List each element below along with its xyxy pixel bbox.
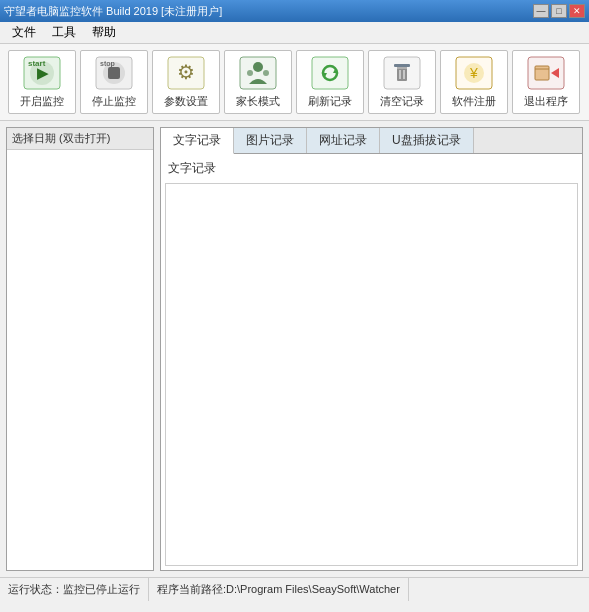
settings-button[interactable]: ⚙ 参数设置: [152, 50, 220, 114]
exit-button[interactable]: 退出程序: [512, 50, 580, 114]
start-monitor-button[interactable]: ▶ start 开启监控: [8, 50, 76, 114]
refresh-label: 刷新记录: [308, 94, 352, 109]
register-icon: ¥: [454, 55, 494, 91]
svg-text:⚙: ⚙: [177, 61, 195, 83]
refresh-button[interactable]: 刷新记录: [296, 50, 364, 114]
svg-point-13: [263, 70, 269, 76]
tab-text-record[interactable]: 文字记录: [161, 128, 234, 154]
svg-rect-18: [397, 67, 407, 69]
toolbar: ▶ start 开启监控 stop 停止监控 ⚙ 参数设置: [0, 44, 589, 121]
clear-icon: [382, 55, 422, 91]
window-controls: — □ ✕: [533, 4, 585, 18]
svg-rect-16: [394, 64, 410, 67]
tab-content-label: 文字记录: [165, 158, 578, 179]
gear-icon: ⚙: [166, 55, 206, 91]
parent-mode-label: 家长模式: [236, 94, 280, 109]
stop-monitor-button[interactable]: stop 停止监控: [80, 50, 148, 114]
close-button[interactable]: ✕: [569, 4, 585, 18]
text-record-area[interactable]: [165, 183, 578, 566]
exit-label: 退出程序: [524, 94, 568, 109]
left-panel-header: 选择日期 (双击打开): [7, 128, 153, 150]
left-panel: 选择日期 (双击打开): [6, 127, 154, 571]
start-monitor-label: 开启监控: [20, 94, 64, 109]
register-label: 软件注册: [452, 94, 496, 109]
run-status: 运行状态：监控已停止运行: [0, 578, 149, 601]
tab-url-record[interactable]: 网址记录: [307, 128, 380, 153]
main-content: 选择日期 (双击打开) 文字记录 图片记录 网址记录 U盘插拔记录 文字记录: [0, 121, 589, 577]
menu-tools[interactable]: 工具: [44, 22, 84, 43]
title-text: 守望者电脑监控软件 Build 2019 [未注册用户]: [4, 4, 533, 19]
register-button[interactable]: ¥ 软件注册: [440, 50, 508, 114]
menu-file[interactable]: 文件: [4, 22, 44, 43]
settings-label: 参数设置: [164, 94, 208, 109]
program-path: 程序当前路径:D:\Program Files\SeaySoft\Watcher: [149, 578, 409, 601]
status-bar: 运行状态：监控已停止运行 程序当前路径:D:\Program Files\Sea…: [0, 577, 589, 601]
refresh-icon: [310, 55, 350, 91]
svg-point-11: [253, 62, 263, 72]
parent-mode-button[interactable]: 家长模式: [224, 50, 292, 114]
tab-image-record[interactable]: 图片记录: [234, 128, 307, 153]
svg-rect-6: [108, 67, 120, 79]
svg-text:stop: stop: [100, 60, 115, 68]
menu-help[interactable]: 帮助: [84, 22, 124, 43]
left-panel-body: [7, 150, 153, 570]
svg-text:start: start: [28, 59, 46, 68]
svg-rect-10: [240, 57, 276, 89]
svg-rect-17: [397, 67, 407, 81]
tab-usb-record[interactable]: U盘插拔记录: [380, 128, 474, 153]
title-bar: 守望者电脑监控软件 Build 2019 [未注册用户] — □ ✕: [0, 0, 589, 22]
svg-point-12: [247, 70, 253, 76]
exit-icon: [526, 55, 566, 91]
svg-text:¥: ¥: [469, 65, 478, 81]
parent-icon: [238, 55, 278, 91]
right-panel: 文字记录 图片记录 网址记录 U盘插拔记录 文字记录: [160, 127, 583, 571]
menu-bar: 文件 工具 帮助: [0, 22, 589, 44]
stop-icon: stop: [94, 55, 134, 91]
svg-rect-14: [312, 57, 348, 89]
tabs-bar: 文字记录 图片记录 网址记录 U盘插拔记录: [161, 128, 582, 154]
clear-label: 清空记录: [380, 94, 424, 109]
tab-content: 文字记录: [161, 154, 582, 570]
stop-monitor-label: 停止监控: [92, 94, 136, 109]
svg-rect-25: [535, 66, 549, 80]
clear-button[interactable]: 清空记录: [368, 50, 436, 114]
start-icon: ▶ start: [22, 55, 62, 91]
maximize-button[interactable]: □: [551, 4, 567, 18]
minimize-button[interactable]: —: [533, 4, 549, 18]
